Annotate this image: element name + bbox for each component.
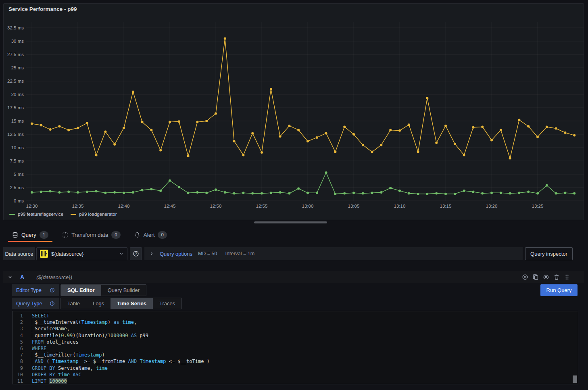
data-point[interactable] <box>398 190 401 192</box>
data-point[interactable] <box>334 193 336 195</box>
data-point[interactable] <box>352 192 355 194</box>
data-point[interactable] <box>536 136 539 138</box>
data-point[interactable] <box>279 135 281 138</box>
data-point[interactable] <box>150 129 152 131</box>
editor-scrollbar-thumb[interactable] <box>573 375 577 383</box>
data-point[interactable] <box>463 190 465 192</box>
data-point[interactable] <box>86 191 88 193</box>
data-point[interactable] <box>380 191 382 194</box>
query-type-option-logs[interactable]: Logs <box>86 298 111 309</box>
data-point[interactable] <box>481 126 484 128</box>
data-point[interactable] <box>472 191 474 193</box>
data-point[interactable] <box>288 125 290 127</box>
data-point[interactable] <box>536 192 539 195</box>
data-point[interactable] <box>454 143 456 145</box>
query-inspector-button[interactable]: Query inspector <box>525 247 573 260</box>
data-point[interactable] <box>251 132 254 134</box>
data-point[interactable] <box>490 139 493 142</box>
code-line[interactable]: 1SELECT <box>13 313 578 319</box>
query-options-bar[interactable]: Query options MD = 50 Interval = 1m <box>144 247 523 260</box>
data-point[interactable] <box>288 192 290 195</box>
data-point[interactable] <box>215 113 217 115</box>
data-point[interactable] <box>178 120 180 123</box>
data-point[interactable] <box>132 90 134 93</box>
data-point[interactable] <box>251 192 254 195</box>
data-point[interactable] <box>500 192 502 194</box>
data-point[interactable] <box>573 134 575 137</box>
data-point[interactable] <box>352 133 355 136</box>
data-point[interactable] <box>316 136 318 139</box>
data-point[interactable] <box>389 129 392 131</box>
data-point[interactable] <box>490 192 493 194</box>
data-point[interactable] <box>49 128 52 131</box>
data-point[interactable] <box>224 191 226 194</box>
code-line[interactable]: 10ORDER BY time ASC <box>13 371 578 378</box>
tab-alert[interactable]: Alert 0 <box>130 228 171 242</box>
data-point[interactable] <box>546 184 548 187</box>
data-point[interactable] <box>564 192 566 194</box>
data-point[interactable] <box>196 121 198 123</box>
data-point[interactable] <box>187 192 190 194</box>
data-point[interactable] <box>307 140 309 142</box>
data-point[interactable] <box>316 192 318 194</box>
data-point[interactable] <box>242 192 244 194</box>
data-point[interactable] <box>159 149 162 152</box>
data-point[interactable] <box>279 191 281 194</box>
data-point[interactable] <box>113 191 116 194</box>
data-point[interactable] <box>417 151 419 153</box>
data-point[interactable] <box>159 190 162 192</box>
data-point[interactable] <box>546 126 548 128</box>
data-point[interactable] <box>205 192 208 194</box>
data-point[interactable] <box>150 188 152 190</box>
data-point[interactable] <box>426 97 428 99</box>
data-point[interactable] <box>40 191 42 193</box>
data-point[interactable] <box>77 191 79 194</box>
data-point[interactable] <box>233 140 236 142</box>
data-point[interactable] <box>297 188 300 190</box>
code-line[interactable]: 6WHERE <box>13 345 578 352</box>
code-line[interactable]: 7 $__timeFilter(Timestamp) <box>13 352 578 358</box>
datasource-picker[interactable]: ${datasource} <box>36 247 127 260</box>
datasource-help-button[interactable]: ? <box>130 247 142 260</box>
data-point[interactable] <box>132 191 134 194</box>
data-point[interactable] <box>123 127 125 129</box>
data-point[interactable] <box>178 186 180 188</box>
data-point[interactable] <box>297 129 300 131</box>
data-point[interactable] <box>509 192 511 195</box>
drag-handle[interactable] <box>564 274 570 280</box>
data-point[interactable] <box>573 192 575 195</box>
code-line[interactable]: 4 quantile(0.99)(Duration)/1000000 AS p9… <box>13 332 578 339</box>
data-point[interactable] <box>123 192 125 194</box>
data-point[interactable] <box>86 122 88 124</box>
legend-item-featureflagservice[interactable]: p99 featureflagservice <box>9 212 63 217</box>
data-point[interactable] <box>408 123 410 126</box>
data-point[interactable] <box>261 192 263 195</box>
data-point[interactable] <box>362 144 364 146</box>
legend-item-loadgenerator[interactable]: p99 loadgenerator <box>71 212 117 217</box>
data-point[interactable] <box>270 88 272 90</box>
data-point[interactable] <box>518 119 520 121</box>
collapse-chevron-icon[interactable] <box>7 274 13 280</box>
timeseries-chart[interactable]: 0 ms2.5 ms5 ms7.5 ms10 ms12.5 ms15 ms17.… <box>4 14 584 211</box>
data-point[interactable] <box>481 192 484 195</box>
data-point[interactable] <box>58 191 60 194</box>
data-point[interactable] <box>408 192 410 195</box>
data-point[interactable] <box>67 129 70 131</box>
data-point[interactable] <box>518 192 520 194</box>
data-point[interactable] <box>307 192 309 194</box>
data-point[interactable] <box>67 191 70 193</box>
data-point[interactable] <box>435 142 438 144</box>
duplicate-query-button[interactable] <box>532 274 539 280</box>
data-point[interactable] <box>95 154 98 156</box>
sql-code-editor[interactable]: 1SELECT2 $__timeInterval(Timestamp) as t… <box>12 311 578 384</box>
data-point[interactable] <box>104 130 106 133</box>
query-history-button[interactable] <box>522 274 528 280</box>
editor-type-option-sql-editor[interactable]: SQL Editor <box>61 285 101 296</box>
data-point[interactable] <box>224 37 226 40</box>
data-point[interactable] <box>141 121 144 123</box>
code-line[interactable]: 5FROM otel_traces <box>13 339 578 345</box>
data-point[interactable] <box>444 125 447 127</box>
data-point[interactable] <box>58 125 60 127</box>
code-line[interactable]: 11LIMIT 100000 <box>13 378 578 384</box>
data-point[interactable] <box>527 125 530 127</box>
